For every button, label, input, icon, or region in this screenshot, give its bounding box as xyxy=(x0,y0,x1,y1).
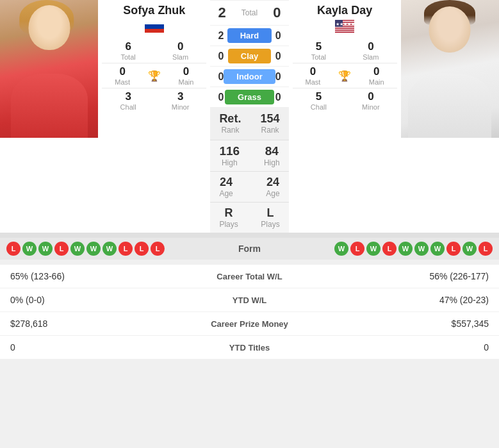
left-stat-main: 0 Main xyxy=(171,65,202,86)
svg-text:★★★★★★: ★★★★★★ xyxy=(336,22,354,26)
left-player-name: Sofya Zhuk xyxy=(123,4,185,17)
right-stats: 5 Total 0 Slam 0 Mast 🏆 xyxy=(289,40,401,112)
right-flag: ★★★★★★ xyxy=(335,20,354,35)
stats-table: 65% (123-66) Career Total W/L 56% (226-1… xyxy=(0,265,499,360)
left-form-badge-7: L xyxy=(119,242,133,256)
form-section: LWWLWWWLLL Form WLWLWWWLWL xyxy=(0,238,499,260)
page-container: Sofya Zhuk 6 Total 0 xyxy=(0,0,499,360)
left-form-badge-5: W xyxy=(86,242,101,256)
table-row: 0 YTD Titles 0 xyxy=(0,336,499,360)
total-row: 2 Total 0 xyxy=(210,0,288,25)
surface-badge-clay: Clay xyxy=(228,49,271,63)
table-row: 65% (123-66) Career Total W/L 56% (226-1… xyxy=(0,265,499,288)
right-trophy-icon: 🏆 xyxy=(338,65,351,86)
divider xyxy=(0,233,499,238)
left-flag xyxy=(145,20,164,35)
left-total-score: 2 xyxy=(218,4,225,21)
right-form-badge-7: L xyxy=(446,242,461,256)
right-player-info: Kayla Day xyxy=(289,0,401,233)
table-row: $278,618 Career Prize Money $557,345 xyxy=(0,312,499,336)
right-age-label: Age xyxy=(266,189,279,198)
right-stat-mast: 0 Mast xyxy=(297,65,328,86)
surface-right-score: 0 xyxy=(275,30,281,42)
left-high-block: 116 High xyxy=(219,144,240,167)
left-rank-block: Ret. Rank xyxy=(219,112,241,135)
right-high-block: 84 High xyxy=(264,144,280,167)
left-stat-chall: 3 Chall xyxy=(113,90,143,111)
high-rank-row: 116 High 84 High xyxy=(210,140,288,171)
russia-flag-icon xyxy=(145,20,164,33)
svg-rect-0 xyxy=(145,20,164,24)
rank-section: Ret. Rank 154 Rank xyxy=(210,107,288,140)
left-form: LWWLWWWLLL xyxy=(6,242,209,256)
right-stat-minor: 0 Minor xyxy=(356,90,386,111)
right-high-value: 84 xyxy=(264,144,280,158)
surface-badge-hard: Hard xyxy=(227,28,272,43)
surface-right-score: 0 xyxy=(275,51,281,62)
players-row: Sofya Zhuk 6 Total 0 xyxy=(0,0,499,233)
right-high-label: High xyxy=(264,158,280,167)
left-stat-mast: 0 Mast xyxy=(107,65,138,86)
right-total-score: 0 xyxy=(273,4,281,21)
right-form-badge-1: L xyxy=(350,242,364,256)
right-stat-chall: 5 Chall xyxy=(303,90,334,111)
left-form-badge-3: L xyxy=(54,242,69,256)
surface-left-score: 2 xyxy=(218,30,224,42)
right-age-block: 24 Age xyxy=(266,176,279,198)
svg-rect-11 xyxy=(335,28,354,29)
left-rank-label: Rank xyxy=(219,126,241,135)
surface-rows: 2 Hard 0 0 Clay 0 0 Indoor 0 0 Grass 0 xyxy=(210,25,288,107)
surface-badge-grass: Grass xyxy=(225,90,274,104)
svg-rect-15 xyxy=(335,31,354,33)
stat-row-left-0: 65% (123-66) xyxy=(10,271,192,281)
surface-badge-indoor: Indoor xyxy=(224,69,275,84)
left-trophy-icon: 🏆 xyxy=(148,65,161,86)
svg-rect-10 xyxy=(335,27,354,28)
left-rank-value: Ret. xyxy=(219,112,241,126)
svg-rect-13 xyxy=(335,29,354,31)
right-player-name: Kayla Day xyxy=(317,4,372,17)
svg-rect-14 xyxy=(335,31,354,32)
surface-right-score: 0 xyxy=(275,71,281,83)
svg-rect-1 xyxy=(145,24,164,29)
left-age-label: Age xyxy=(219,189,233,198)
plays-row: R Plays L Plays xyxy=(210,202,288,233)
table-row: 0% (0-0) YTD W/L 47% (20-23) xyxy=(0,288,499,312)
left-stat-total: 6 Total xyxy=(113,40,143,61)
surface-row-indoor: 0 Indoor 0 xyxy=(210,66,288,87)
left-form-badge-2: W xyxy=(38,242,53,256)
right-form-badge-6: W xyxy=(430,242,445,256)
left-stat-slam: 0 Slam xyxy=(165,40,196,61)
surface-left-score: 0 xyxy=(218,71,224,83)
surface-row-hard: 2 Hard 0 xyxy=(210,25,288,46)
left-age-block: 24 Age xyxy=(219,176,233,198)
right-form-badge-2: W xyxy=(366,242,380,256)
surface-left-score: 0 xyxy=(218,92,224,103)
stat-row-label-2: Career Prize Money xyxy=(192,319,307,329)
stat-row-left-3: 0 xyxy=(10,342,192,353)
left-form-badge-1: W xyxy=(22,242,37,256)
left-form-badge-6: W xyxy=(102,242,117,256)
stat-row-left-2: $278,618 xyxy=(10,319,192,329)
right-form-badge-8: W xyxy=(462,242,477,256)
stat-row-right-1: 47% (20-23) xyxy=(307,295,489,305)
left-form-badge-9: L xyxy=(151,242,165,256)
total-label: Total xyxy=(241,8,258,17)
left-player-photo xyxy=(0,0,98,138)
left-form-badge-8: L xyxy=(135,242,149,256)
right-age-value: 24 xyxy=(266,176,279,189)
stat-row-label-1: YTD W/L xyxy=(192,295,307,305)
left-player-info: Sofya Zhuk 6 Total 0 xyxy=(98,0,210,233)
form-label: Form xyxy=(211,244,288,254)
stat-row-right-0: 56% (226-177) xyxy=(307,271,489,281)
center-section: 2 Total 0 2 Hard 0 0 Clay 0 0 Indoor 0 0… xyxy=(210,0,288,233)
right-form: WLWLWWWLWL xyxy=(291,242,493,256)
usa-flag-icon: ★★★★★★ xyxy=(335,20,354,33)
right-rank-value: 154 xyxy=(261,112,280,126)
surface-left-score: 0 xyxy=(218,51,224,62)
left-stats: 6 Total 0 Slam 0 Mast 🏆 xyxy=(98,40,210,112)
left-form-badge-4: W xyxy=(70,242,85,256)
right-form-badge-3: L xyxy=(382,242,397,256)
surface-row-clay: 0 Clay 0 xyxy=(210,46,288,66)
right-form-badge-5: W xyxy=(414,242,429,256)
